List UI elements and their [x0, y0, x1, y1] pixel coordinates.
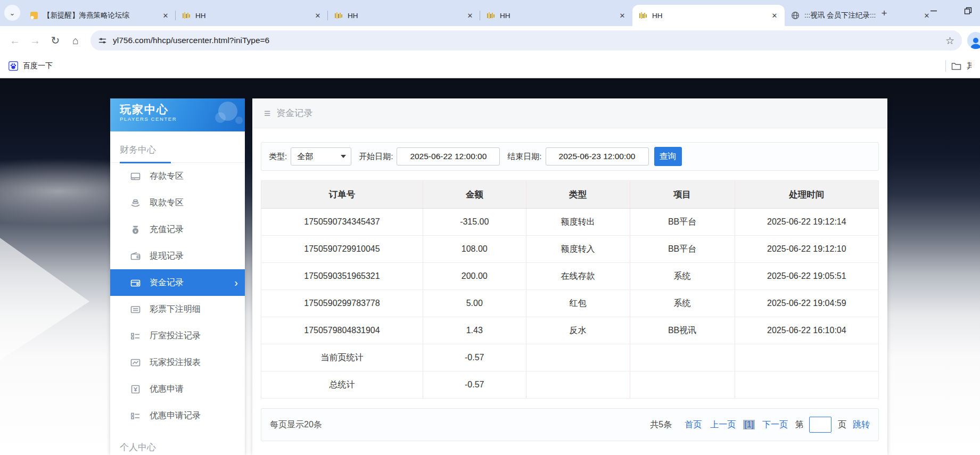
table-summary-row-page: 当前页统计 -0.57	[261, 344, 879, 371]
tabs-container: 【新提醒】海燕策略论坛综 ✕ HH ✕ HH ✕ HH ✕	[23, 5, 937, 26]
sidebar-item-withdraw-zone[interactable]: 取款专区	[110, 189, 245, 216]
cell-empty	[630, 344, 735, 371]
tab-close-icon[interactable]: ✕	[465, 11, 475, 20]
profile-avatar[interactable]	[967, 32, 980, 49]
col-project: 项目	[630, 181, 735, 209]
restore-window-button[interactable]	[960, 3, 976, 19]
tab-close-icon[interactable]: ✕	[617, 11, 627, 20]
sidebar-item-label: 优惠申请	[150, 384, 184, 395]
cell-amount: 200.00	[423, 263, 526, 290]
reload-button[interactable]: ↻	[46, 31, 65, 50]
sidebar-item-promo-apply-records[interactable]: 优惠申请记录	[110, 402, 245, 429]
end-date-label: 结束日期:	[507, 152, 541, 162]
select-chevron-icon	[341, 155, 346, 158]
cell-amount: 108.00	[423, 236, 526, 263]
wallet-icon	[130, 251, 141, 261]
bookmarks-divider	[945, 60, 946, 72]
minimize-button[interactable]	[926, 3, 942, 19]
jump-suffix-label: 页	[838, 419, 846, 431]
players-center-sidebar: 玩家中心 PLAYERS CENTER 财务中心 存款专区 取款专区 ¥ 充值记…	[110, 98, 245, 455]
start-date-label: 开始日期:	[359, 152, 393, 162]
tab-close-icon[interactable]: ✕	[313, 11, 323, 20]
query-button[interactable]: 查询	[654, 147, 682, 166]
forward-button[interactable]: →	[26, 31, 45, 50]
tab-video-records[interactable]: :::视讯 会员下注纪录::: ✕	[785, 5, 937, 26]
end-date-input[interactable]	[546, 147, 649, 166]
folder-icon[interactable]	[951, 62, 961, 71]
tab-hh-2[interactable]: HH ✕	[328, 5, 480, 26]
hamburger-menu-icon[interactable]: ≡	[264, 107, 270, 119]
sidebar-item-lottery-bet-details[interactable]: 彩票下注明细	[110, 296, 245, 322]
type-label: 类型:	[269, 152, 287, 162]
tab-close-icon[interactable]: ✕	[770, 11, 779, 20]
home-button[interactable]: ⌂	[66, 31, 85, 50]
bookmark-baidu[interactable]: 百度一下	[9, 61, 53, 71]
report-chart-icon	[130, 358, 141, 368]
back-icon: ←	[10, 35, 20, 47]
col-process-time: 处理时间	[735, 181, 878, 209]
prev-page-link[interactable]: 上一页	[710, 419, 736, 431]
other-bookmarks-label[interactable]: 其他书签	[967, 61, 971, 71]
sidebar-item-label: 提现记录	[150, 251, 184, 262]
cell-project: BB视讯	[630, 317, 735, 344]
sidebar-item-player-bet-report[interactable]: 玩家投注报表	[110, 349, 245, 376]
cell-amount: -0.57	[423, 371, 526, 399]
jump-prefix-label: 第	[795, 419, 804, 431]
address-bar[interactable]: yl756.com/hhcp/usercenter.html?iniType=6…	[90, 30, 962, 51]
cell-order-id: 1750590351965321	[261, 263, 423, 290]
sidebar-item-promo-apply[interactable]: 优惠申请	[110, 376, 245, 402]
tab-close-icon[interactable]: ✕	[161, 11, 170, 20]
sidebar-item-deposit-zone[interactable]: 存款专区	[110, 163, 245, 189]
page-title: 资金记录	[276, 107, 312, 119]
tab-title: HH	[652, 12, 765, 20]
cell-empty	[630, 371, 735, 399]
forward-icon: →	[30, 35, 40, 47]
cell-amount: 1.43	[423, 317, 526, 344]
sidebar-section-personal: 个人中心	[110, 429, 245, 455]
tab-hh-active[interactable]: HH ✕	[632, 5, 785, 26]
tab-title: HH	[348, 12, 460, 20]
next-page-link[interactable]: 下一页	[762, 419, 788, 431]
cell-order-id: 1750579804831904	[261, 317, 423, 344]
table-row: 1750579804831904 1.43 反水 BB视讯 2025-06-22…	[261, 317, 879, 344]
chevron-down-icon: ⌄	[10, 9, 15, 17]
sidebar-item-label: 厅室投注记录	[150, 330, 201, 342]
start-date-input[interactable]	[397, 147, 500, 166]
page-background: 玩家中心 PLAYERS CENTER 财务中心 存款专区 取款专区 ¥ 充值记…	[0, 78, 980, 455]
site-info-icon[interactable]	[98, 36, 107, 45]
jump-link[interactable]: 跳转	[853, 419, 870, 431]
page-jump-input[interactable]	[809, 417, 831, 433]
gold-favicon-icon	[639, 11, 647, 20]
cell-type: 额度转入	[526, 236, 630, 263]
cell-project: BB平台	[630, 209, 735, 236]
cell-empty	[526, 344, 630, 371]
current-page-indicator[interactable]: [1]	[743, 420, 755, 429]
tab-hh-1[interactable]: HH ✕	[176, 5, 328, 26]
sidebar-item-funds-records[interactable]: 资金记录 ›	[110, 269, 245, 296]
sidebar-item-label: 取款专区	[150, 197, 184, 209]
tab-search-chevron-button[interactable]: ⌄	[4, 5, 20, 21]
sidebar-section-finance: 财务中心	[110, 131, 245, 163]
bookmark-star-icon[interactable]: ☆	[945, 35, 954, 47]
back-button[interactable]: ←	[5, 31, 24, 50]
list-icon	[130, 304, 141, 315]
sidebar-item-withdrawal-records[interactable]: 提现记录	[110, 243, 245, 269]
tab-title: 【新提醒】海燕策略论坛综	[43, 11, 156, 20]
funds-wallet-icon	[130, 278, 141, 288]
tab-hh-3[interactable]: HH ✕	[480, 5, 632, 26]
sidebar-header: 玩家中心 PLAYERS CENTER	[110, 98, 245, 131]
url-text[interactable]: yl756.com/hhcp/usercenter.html?iniType=6	[113, 36, 940, 45]
sidebar-item-label: 玩家投注报表	[150, 357, 201, 368]
sidebar-item-hall-bet-records[interactable]: 厅室投注记录	[110, 322, 245, 349]
filter-bar: 类型: 全部 开始日期: 结束日期: 查询	[261, 142, 879, 171]
type-select[interactable]: 全部	[291, 147, 351, 166]
first-page-link[interactable]: 首页	[685, 419, 702, 431]
new-tab-button[interactable]: +	[877, 6, 891, 20]
bookmarks-bar: 百度一下 其他书签	[0, 55, 980, 78]
table-row: 1750590729910045 108.00 额度转入 BB平台 2025-0…	[261, 236, 879, 263]
baidu-paw-icon	[9, 61, 18, 71]
deposit-card-icon	[130, 171, 141, 181]
tab-forum[interactable]: 【新提醒】海燕策略论坛综 ✕	[23, 5, 176, 26]
cell-process-time: 2025-06-22 16:10:04	[735, 317, 878, 344]
sidebar-item-recharge-records[interactable]: ¥ 充值记录	[110, 216, 245, 243]
